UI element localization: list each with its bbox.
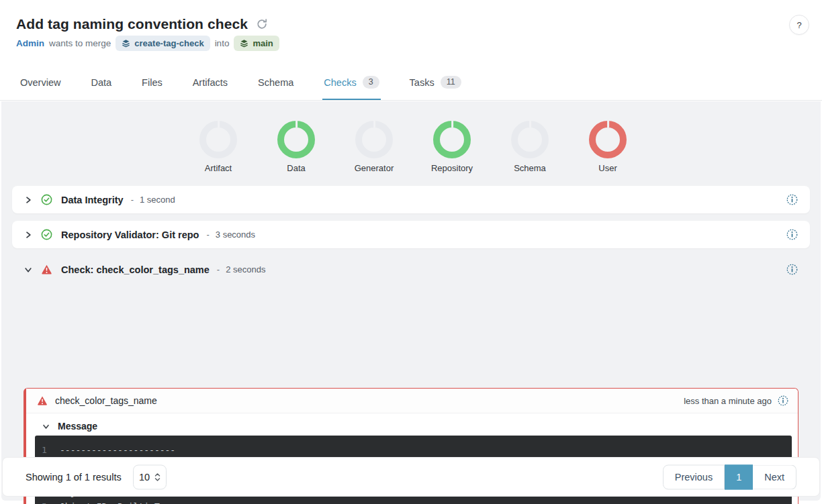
check-failed-icon xyxy=(41,264,52,275)
tab-files[interactable]: Files xyxy=(142,64,163,100)
stepper-icons xyxy=(154,472,161,481)
tab-schema[interactable]: Schema xyxy=(258,64,293,100)
check-title: Check: check_color_tags_name xyxy=(61,264,210,275)
pagination: Previous 1 Next xyxy=(663,464,796,489)
next-page-button[interactable]: Next xyxy=(753,464,796,489)
checks-panel: Retry all Artifact Data Generator Reposi… xyxy=(1,101,821,501)
donut-data[interactable]: Data xyxy=(277,121,315,173)
code-line: 1---------------------- xyxy=(42,443,792,457)
checks-count-badge: 3 xyxy=(363,76,379,89)
separator: - xyxy=(217,264,220,274)
separator: - xyxy=(131,195,134,205)
tab-bar: Overview Data Files Artifacts Schema Che… xyxy=(0,64,822,101)
current-page-button[interactable]: 1 xyxy=(725,464,753,489)
check-duration: 2 seconds xyxy=(226,264,265,274)
check-row-data-integrity[interactable]: Data Integrity - 1 second xyxy=(12,186,810,213)
chevron-down-icon xyxy=(154,477,161,481)
donut-ring-pending xyxy=(511,121,549,158)
tab-data[interactable]: Data xyxy=(91,64,111,100)
info-icon[interactable] xyxy=(778,395,788,406)
check-summary-donuts: Artifact Data Generator Repository Schem… xyxy=(199,121,627,173)
check-row-repository-validator[interactable]: Repository Validator: Git repo - 3 secon… xyxy=(12,221,810,248)
alert-check-name: check_color_tags_name xyxy=(55,395,157,406)
target-branch-badge[interactable]: main xyxy=(234,36,279,51)
refresh-icon[interactable] xyxy=(256,18,268,30)
donut-artifact[interactable]: Artifact xyxy=(199,121,237,173)
check-passed-icon xyxy=(41,194,52,205)
merge-description: Admin wants to merge create-tag-check in… xyxy=(16,36,279,51)
chevron-up-icon xyxy=(154,472,161,476)
previous-page-button[interactable]: Previous xyxy=(663,464,725,489)
check-title: Repository Validator: Git repo xyxy=(61,230,199,240)
page-title: Add tag naming convention check xyxy=(16,16,248,32)
check-title: Data Integrity xyxy=(61,195,124,205)
code-line: 5Object ID: BuiltinTag xyxy=(42,499,792,504)
merge-text: wants to merge xyxy=(49,38,111,48)
check-duration: 1 second xyxy=(140,195,175,205)
info-icon[interactable] xyxy=(786,264,798,275)
merge-request-page: Add tag naming convention check ? Admin … xyxy=(0,0,822,504)
info-icon[interactable] xyxy=(786,229,798,240)
tab-overview[interactable]: Overview xyxy=(20,64,60,100)
check-passed-icon xyxy=(41,229,52,240)
tab-tasks[interactable]: Tasks 11 xyxy=(410,64,461,100)
chevron-right-icon[interactable] xyxy=(24,231,32,239)
donut-ring-failed xyxy=(589,121,627,158)
message-section-label: Message xyxy=(58,421,97,432)
chevron-down-icon xyxy=(42,423,50,430)
results-count-text: Showing 1 of 1 results xyxy=(26,472,122,483)
page-size-select[interactable]: 10 xyxy=(133,464,167,489)
source-branch-badge[interactable]: create-tag-check xyxy=(116,36,210,51)
alert-header: check_color_tags_name less than a minute… xyxy=(26,389,798,413)
donut-schema[interactable]: Schema xyxy=(511,121,549,173)
results-footer: Showing 1 of 1 results 10 Previous 1 Nex… xyxy=(2,457,820,497)
separator: - xyxy=(206,230,209,240)
chevron-down-icon[interactable] xyxy=(24,266,32,274)
donut-user[interactable]: User xyxy=(589,121,627,173)
alert-timestamp: less than a minute ago xyxy=(684,396,772,406)
check-row-color-tags[interactable]: Check: check_color_tags_name - 2 seconds xyxy=(12,256,810,283)
layers-icon xyxy=(122,39,130,48)
page-header: Add tag naming convention check ? Admin … xyxy=(0,0,822,64)
layers-icon xyxy=(240,39,248,48)
author-link[interactable]: Admin xyxy=(16,38,44,48)
donut-repository[interactable]: Repository xyxy=(433,121,471,173)
message-section-toggle[interactable]: Message xyxy=(42,421,97,432)
tab-artifacts[interactable]: Artifacts xyxy=(193,64,228,100)
target-branch-label: main xyxy=(253,38,273,48)
donut-ring-passed xyxy=(277,121,315,158)
chevron-right-icon[interactable] xyxy=(24,196,32,204)
info-icon[interactable] xyxy=(786,194,798,205)
donut-generator[interactable]: Generator xyxy=(355,121,393,173)
donut-ring-passed xyxy=(433,121,471,158)
tasks-count-badge: 11 xyxy=(441,76,461,89)
donut-ring-pending xyxy=(199,121,237,158)
help-button[interactable]: ? xyxy=(789,15,809,35)
check-duration: 3 seconds xyxy=(216,230,255,240)
donut-ring-pending xyxy=(355,121,393,158)
into-text: into xyxy=(215,38,230,48)
warning-icon xyxy=(37,395,48,406)
page-size-value: 10 xyxy=(139,472,150,483)
source-branch-label: create-tag-check xyxy=(134,38,203,48)
tab-checks[interactable]: Checks 3 xyxy=(324,64,379,100)
